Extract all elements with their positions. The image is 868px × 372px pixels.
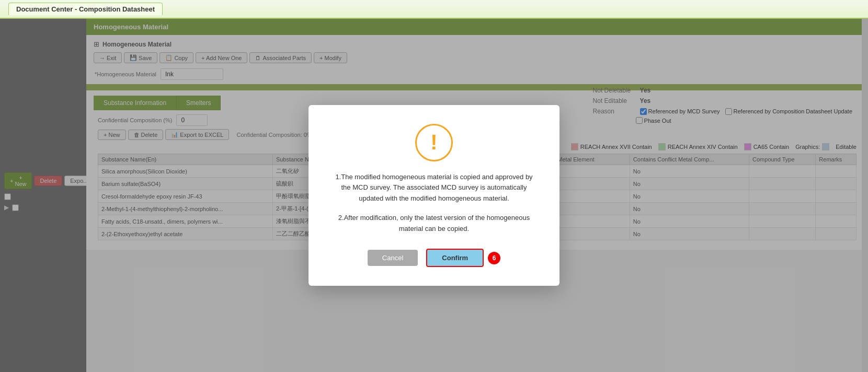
modal-message-2: 2.After modification, only the latest ve… [334,213,534,235]
badge-6: 6 [488,252,500,264]
cancel-button[interactable]: Cancel [368,250,418,266]
modal-message-1: 1.The modified homogeneous material is c… [334,172,534,204]
warning-icon: ! [415,124,453,161]
modal-body: 1.The modified homogeneous material is c… [334,172,534,235]
modal-overlay: ! 1.The modified homogeneous material is… [0,19,868,372]
modal-footer: Cancel Confirm 6 [334,249,534,267]
title-bar: Document Center - Composition Datasheet [0,0,868,19]
confirm-button[interactable]: Confirm [426,249,484,267]
title-text: Document Center - Composition Datasheet [16,5,155,13]
title-tab[interactable]: Document Center - Composition Datasheet [8,3,163,15]
modal-dialog: ! 1.The modified homogeneous material is… [309,105,559,286]
